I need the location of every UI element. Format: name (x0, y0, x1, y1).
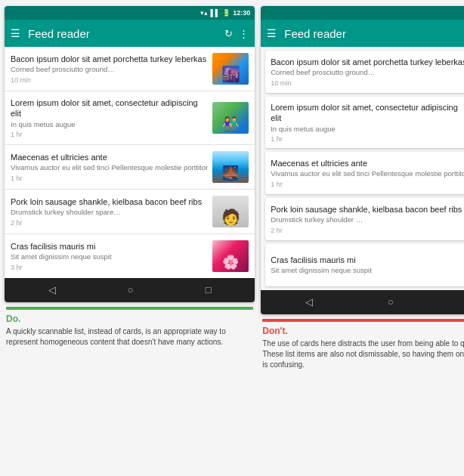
dont-item-2-title: Lorem ipsum dolor sit amet, consectetur … (271, 102, 464, 124)
card-item[interactable]: Pork loin sausage shankle, kielbasa baco… (265, 198, 464, 240)
dont-item-1-time: 10 min (271, 79, 464, 87)
do-item-1-thumb (212, 53, 249, 85)
do-more-icon[interactable]: ⋮ (239, 28, 249, 39)
dont-item-1-title: Bacon ipsum dolor sit amet porchetta tur… (271, 57, 464, 67)
do-app-title: Feed reader (28, 27, 224, 40)
dont-item-4-text: Pork loin sausage shankle, kielbasa baco… (271, 204, 464, 234)
do-item-4-time: 2 hr (11, 219, 208, 227)
do-item-5-thumb (212, 240, 249, 272)
dont-feed-list: Bacon ipsum dolor sit amet porchetta tur… (261, 47, 464, 290)
dont-indicator-bar (262, 319, 464, 322)
dont-back-button[interactable]: ◁ (305, 296, 313, 308)
do-app-bar: ☰ Feed reader ↻ ⋮ (5, 20, 255, 47)
do-back-button[interactable]: ◁ (48, 284, 56, 295)
do-label-section: Do. A quickly scannable list, instead of… (5, 302, 255, 351)
card-item[interactable]: Lorem ipsum dolor sit amet, consectetur … (265, 97, 464, 148)
do-item-3-time: 1 hr (11, 175, 208, 182)
dont-item-1-text: Bacon ipsum dolor sit amet porchetta tur… (271, 57, 464, 87)
card-item[interactable]: Cras facilisis mauris mi Sit amet dignis… (265, 244, 464, 286)
phones-row: ▾▴ ▌▌ 🔋 12:30 ☰ Feed reader ↻ ⋮ (0, 0, 464, 373)
dont-item-2-time: 1 hr (271, 135, 464, 143)
card-item[interactable]: Maecenas et ultricies ante Vivamus aucto… (265, 152, 464, 194)
do-item-5-text: Cras facilisis mauris mi Sit amet dignis… (11, 241, 212, 271)
do-item-5-subtitle: Sit amet dignissim neque suspit (11, 252, 208, 261)
do-item-2-time: 1 hr (11, 131, 208, 138)
do-nav-bar: ◁ ○ □ (5, 278, 255, 302)
dont-status-bar: ▾▴ ▌▌ 🔋 12:30 (261, 6, 464, 20)
do-home-button[interactable]: ○ (128, 284, 134, 295)
dont-item-4-subtitle: Drumstick turkey shoulder … (271, 215, 464, 224)
do-item-4-title: Pork loin sausage shankle, kielbasa baco… (11, 196, 208, 207)
do-item-3-title: Maecenas et ultricies ante (11, 152, 208, 162)
dont-item-3-time: 1 hr (271, 181, 464, 188)
list-item[interactable]: Pork loin sausage shankle, kielbasa baco… (5, 190, 255, 234)
do-feed-list: Bacon ipsum dolor sit amet porchetta tur… (5, 47, 255, 278)
do-indicator-bar (6, 307, 253, 310)
dont-item-1-subtitle: Corned beef prosciutto ground… (271, 68, 464, 77)
do-item-4-subtitle: Drumstick turkey shoulder spare… (11, 208, 208, 217)
dont-phone: ▾▴ ▌▌ 🔋 12:30 ☰ Feed reader ↻ ⋮ (261, 6, 464, 314)
do-item-2-text: Lorem ipsum dolor sit amet, consectetur … (11, 97, 212, 138)
battery-icon: 🔋 (222, 9, 230, 17)
dont-menu-icon[interactable]: ☰ (267, 27, 277, 39)
do-app-actions: ↻ ⋮ (224, 28, 249, 39)
wifi-icon: ▾▴ (200, 9, 208, 17)
dont-item-2-subtitle: In quis metus augue (271, 125, 464, 134)
do-item-1-title: Bacon ipsum dolor sit amet porchetta tur… (11, 54, 208, 64)
do-refresh-icon[interactable]: ↻ (224, 28, 233, 39)
do-item-5-title: Cras facilisis mauris mi (11, 241, 208, 252)
dont-item-2-text: Lorem ipsum dolor sit amet, consectetur … (271, 102, 464, 143)
do-item-2-subtitle: In quis metus augue (11, 120, 208, 129)
do-item-1-time: 10 min (11, 76, 208, 84)
dont-app-bar: ☰ Feed reader ↻ ⋮ (261, 20, 464, 47)
do-item-4-text: Pork loin sausage shankle, kielbasa baco… (11, 196, 212, 227)
do-status-time: 12:30 (233, 9, 250, 17)
do-recent-button[interactable]: □ (206, 284, 212, 295)
dont-item-4-time: 2 hr (271, 227, 464, 234)
signal-icon: ▌▌ (210, 9, 220, 17)
do-phone: ▾▴ ▌▌ 🔋 12:30 ☰ Feed reader ↻ ⋮ (5, 6, 255, 302)
dont-item-5-subtitle: Sit amet dignissim neque suspit (271, 266, 464, 275)
do-item-3-text: Maecenas et ultricies ante Vivamus aucto… (11, 152, 212, 182)
do-item-3-thumb (212, 151, 249, 183)
do-item-2-title: Lorem ipsum dolor sit amet, consectetur … (11, 97, 208, 119)
do-item-1-subtitle: Corned beef prosciutto ground… (11, 65, 208, 74)
do-label-title: Do. (6, 314, 253, 324)
dont-label-title: Don't. (262, 326, 464, 336)
do-item-5-time: 3 hr (11, 264, 208, 271)
dont-item-4-title: Pork loin sausage shankle, kielbasa baco… (271, 204, 464, 215)
do-phone-wrapper: ▾▴ ▌▌ 🔋 12:30 ☰ Feed reader ↻ ⋮ (5, 6, 255, 373)
dont-item-3-subtitle: Vivamus auctor eu elit sed tinci Pellent… (271, 169, 464, 178)
do-label-desc: A quickly scannable list, instead of car… (6, 326, 253, 348)
dont-item-3-title: Maecenas et ultricies ante (271, 158, 464, 168)
dont-phone-wrapper: ▾▴ ▌▌ 🔋 12:30 ☰ Feed reader ↻ ⋮ (261, 6, 464, 373)
dont-home-button[interactable]: ○ (388, 296, 394, 308)
dont-item-5-text: Cras facilisis mauris mi Sit amet dignis… (271, 255, 464, 276)
list-item[interactable]: Bacon ipsum dolor sit amet porchetta tur… (5, 47, 255, 91)
do-status-bar: ▾▴ ▌▌ 🔋 12:30 (5, 6, 255, 20)
dont-label-section: Don't. The use of cards here distracts t… (261, 314, 464, 373)
do-item-3-subtitle: Vivamus auctor eu elit sed tinci Pellent… (11, 163, 208, 172)
do-item-1-text: Bacon ipsum dolor sit amet porchetta tur… (11, 54, 212, 84)
do-item-2-thumb (212, 102, 249, 134)
dont-item-3-text: Maecenas et ultricies ante Vivamus aucto… (271, 158, 464, 188)
do-status-icons: ▾▴ ▌▌ 🔋 12:30 (200, 9, 250, 17)
card-item[interactable]: Bacon ipsum dolor sit amet porchetta tur… (265, 51, 464, 93)
do-menu-icon[interactable]: ☰ (11, 27, 20, 39)
dont-app-title: Feed reader (284, 27, 464, 40)
dont-label-desc: The use of cards here distracts the user… (262, 338, 464, 370)
list-item[interactable]: Cras facilisis mauris mi Sit amet dignis… (5, 234, 255, 278)
dont-nav-bar: ◁ ○ □ (261, 290, 464, 314)
do-item-4-thumb (212, 196, 249, 227)
list-item[interactable]: Maecenas et ultricies ante Vivamus aucto… (5, 145, 255, 190)
dont-item-5-title: Cras facilisis mauris mi (271, 255, 464, 265)
list-item[interactable]: Lorem ipsum dolor sit amet, consectetur … (5, 91, 255, 145)
